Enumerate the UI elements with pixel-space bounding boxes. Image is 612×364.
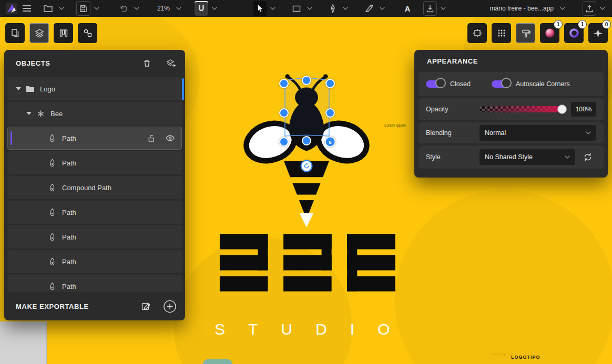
opacity-row: Opacity 100% (419, 98, 604, 120)
pages-button[interactable] (5, 23, 25, 43)
autoscale-corners-toggle[interactable] (492, 80, 509, 88)
effects-button[interactable]: 0 (588, 23, 608, 43)
selection-handle-top-left[interactable] (279, 79, 289, 88)
visibility-eye-icon[interactable] (166, 135, 175, 141)
tree-row-bee[interactable]: Bee (7, 102, 182, 125)
fill-color-button[interactable]: 1 (540, 23, 559, 43)
add-layer-button[interactable] (161, 53, 181, 73)
artboards-button[interactable] (54, 23, 73, 43)
group-asterisk-icon (34, 110, 47, 118)
shape-builder-menu-chevron[interactable] (208, 1, 221, 16)
tree-row-label: Path (62, 283, 76, 290)
logotipo-caption-text[interactable]: LOGOTIPO (511, 355, 540, 360)
tree-row-path[interactable]: Path (7, 201, 182, 224)
unlock-icon[interactable] (147, 134, 155, 142)
path-points-button[interactable] (492, 23, 511, 43)
opacity-slider[interactable] (480, 106, 563, 112)
app-logo[interactable] (3, 1, 20, 16)
transform-button[interactable] (467, 23, 487, 43)
open-file-menu-chevron[interactable] (55, 1, 68, 16)
shape-builder-tool-button[interactable] (195, 1, 208, 16)
u-shape-tool-icon (197, 4, 206, 13)
tree-row-path[interactable]: Path (7, 225, 182, 248)
export-arrow-icon (586, 5, 593, 13)
menu-button[interactable] (20, 1, 34, 16)
save-button[interactable] (76, 1, 90, 16)
chevron-down-icon (94, 7, 99, 10)
add-export-button[interactable] (160, 296, 180, 316)
import-button[interactable] (423, 1, 437, 16)
selection-handle-bottom-mid[interactable] (302, 136, 311, 145)
import-menu-chevron[interactable] (437, 1, 450, 16)
blending-row: Blending Normal (419, 122, 604, 143)
opacity-value-field[interactable]: 100% (571, 102, 596, 117)
brush-tool-menu-chevron[interactable] (376, 1, 389, 16)
tree-row-label: Logo (40, 85, 55, 93)
zoom-menu-chevron[interactable] (172, 1, 185, 16)
tree-row-path[interactable]: Path (7, 151, 182, 174)
studio-wordmark-text[interactable]: STUDIO (215, 320, 413, 338)
selection-handle-bottom-right[interactable]: 8 (325, 137, 336, 148)
export-settings-button[interactable] (136, 296, 156, 316)
points-grid-icon (497, 28, 506, 38)
text-tool-button[interactable]: A (401, 1, 414, 16)
appearance-button[interactable] (516, 23, 535, 43)
export-menu-chevron[interactable] (596, 1, 609, 16)
tree-row-compound-path[interactable]: Compound Path (7, 176, 182, 199)
effects-count-badge: 0 (602, 20, 611, 29)
document-title-button[interactable]: mário freire - bee...app (487, 1, 556, 16)
pen-tool-button[interactable] (327, 1, 339, 16)
style-row: Style No Shared Style (419, 145, 604, 169)
hamburger-menu-icon (23, 5, 31, 12)
selection-handle-top-mid[interactable] (302, 76, 311, 85)
selection-handle-mid-left[interactable] (279, 108, 289, 118)
pen-tool-menu-chevron[interactable] (339, 1, 352, 16)
import-arrow-icon (426, 5, 434, 13)
select-tool-menu-chevron[interactable] (267, 1, 279, 16)
sync-style-button[interactable] (579, 149, 596, 165)
opacity-slider-knob[interactable] (557, 105, 567, 114)
brush-tool-button[interactable] (362, 1, 376, 16)
tree-row-path[interactable]: Path (7, 275, 182, 292)
save-menu-chevron[interactable] (90, 1, 103, 16)
rectangle-tool-icon (292, 5, 301, 12)
components-button[interactable] (78, 23, 97, 43)
brush-icon (365, 4, 373, 13)
disclosure-arrow-icon[interactable] (24, 111, 34, 116)
objects-panel: OBJECTS Logo Bee Path (4, 50, 185, 320)
lorem-placeholder-text: Lorem Ipsum (384, 123, 406, 127)
zoom-level-button[interactable]: 21% (155, 1, 172, 16)
tree-row-logo[interactable]: Logo (7, 77, 182, 100)
scrollbar-thumb[interactable] (182, 78, 184, 100)
blending-mode-dropdown[interactable]: Normal (480, 125, 596, 141)
selection-handle-bottom-left[interactable] (279, 137, 289, 147)
shape-tool-button[interactable] (290, 1, 303, 16)
open-file-button[interactable] (41, 1, 55, 16)
undo-menu-chevron[interactable] (130, 1, 143, 16)
shared-style-dropdown[interactable]: No Shared Style (480, 149, 575, 165)
select-tool-button[interactable] (253, 1, 267, 16)
shape-tool-menu-chevron[interactable] (303, 1, 316, 16)
sync-icon (583, 152, 593, 162)
stroke-color-button[interactable]: 1 (564, 23, 584, 43)
selection-handle-top-right[interactable] (325, 79, 335, 88)
undo-icon (119, 5, 128, 12)
layers-button[interactable] (29, 23, 49, 43)
tree-row-path[interactable]: Path (7, 250, 182, 273)
objects-panel-header: OBJECTS (4, 50, 185, 76)
rotate-handle[interactable] (301, 160, 313, 172)
tree-row-path-selected[interactable]: Path (7, 127, 182, 150)
selection-handle-mid-right[interactable] (325, 108, 335, 118)
bottom-sheet-handle[interactable] (203, 359, 232, 364)
disclosure-arrow-icon[interactable] (14, 87, 23, 91)
export-button[interactable] (583, 1, 596, 16)
appearance-panel-title: APPEARANCE (427, 57, 478, 65)
objects-panel-title: OBJECTS (16, 59, 50, 67)
fill-color-icon (545, 28, 555, 38)
delete-object-button[interactable] (137, 53, 157, 73)
document-menu-chevron[interactable] (556, 1, 569, 16)
closed-toggle[interactable] (426, 80, 444, 88)
projeto-caption-text: PROJETO (492, 352, 513, 356)
undo-button[interactable] (117, 1, 130, 16)
tree-row-label: Compound Path (62, 184, 111, 192)
